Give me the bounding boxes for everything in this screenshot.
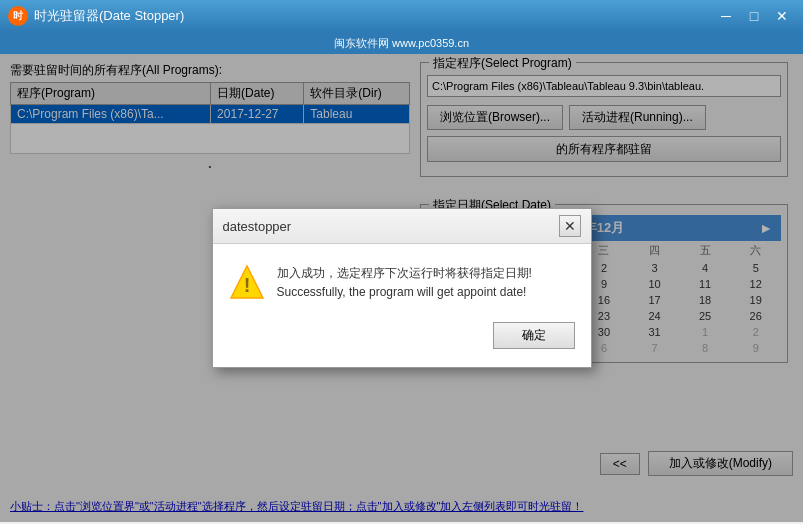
title-bar: 时 时光驻留器(Date Stopper) ─ □ ✕ [0,0,803,32]
minimize-button[interactable]: ─ [713,4,739,28]
maximize-button[interactable]: □ [741,4,767,28]
svg-text:!: ! [243,274,250,296]
dialog-footer: 确定 [229,322,575,349]
app-icon: 时 [8,6,28,26]
warning-icon: ! [229,264,265,300]
watermark-bar: 闽东软件网 www.pc0359.cn [0,32,803,54]
dialog-overlay: datestopper ✕ ! 加入成功，选定程序下次运行时将获得指定日期! S… [0,54,803,522]
dialog-body: ! 加入成功，选定程序下次运行时将获得指定日期! Successfully, t… [213,244,591,365]
dialog-line2: Successfully, the program will get appoi… [277,283,532,302]
dialog-message-row: ! 加入成功，选定程序下次运行时将获得指定日期! Successfully, t… [229,264,532,302]
dialog-title-bar: datestopper ✕ [213,209,591,244]
dialog-close-button[interactable]: ✕ [559,215,581,237]
dialog-title: datestopper [223,219,292,234]
watermark-text: 闽东软件网 www.pc0359.cn [334,36,469,51]
ok-button[interactable]: 确定 [493,322,575,349]
success-dialog: datestopper ✕ ! 加入成功，选定程序下次运行时将获得指定日期! S… [212,208,592,368]
window-title: 时光驻留器(Date Stopper) [34,7,713,25]
close-button[interactable]: ✕ [769,4,795,28]
dialog-message-text: 加入成功，选定程序下次运行时将获得指定日期! Successfully, the… [277,264,532,302]
main-area: 需要驻留时间的所有程序(All Programs): 程序(Program) 日… [0,54,803,522]
dialog-line1: 加入成功，选定程序下次运行时将获得指定日期! [277,264,532,283]
window-controls: ─ □ ✕ [713,4,795,28]
